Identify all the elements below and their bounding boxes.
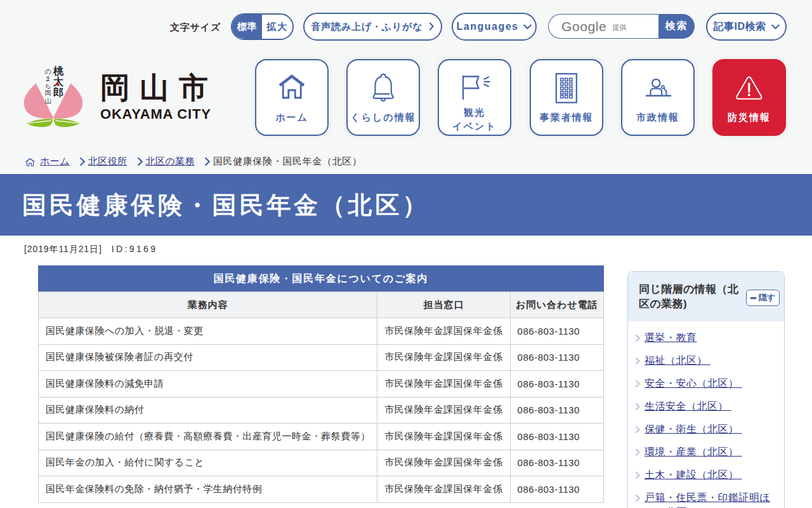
svg-text:山: 山 bbox=[45, 97, 51, 104]
svg-text:ま: ま bbox=[44, 75, 51, 82]
svg-text:郎: 郎 bbox=[53, 86, 63, 98]
svg-text:ち: ち bbox=[44, 83, 51, 90]
svg-text:岡: 岡 bbox=[45, 90, 51, 97]
svg-text:の: の bbox=[44, 68, 51, 75]
svg-text:桃: 桃 bbox=[53, 65, 64, 76]
